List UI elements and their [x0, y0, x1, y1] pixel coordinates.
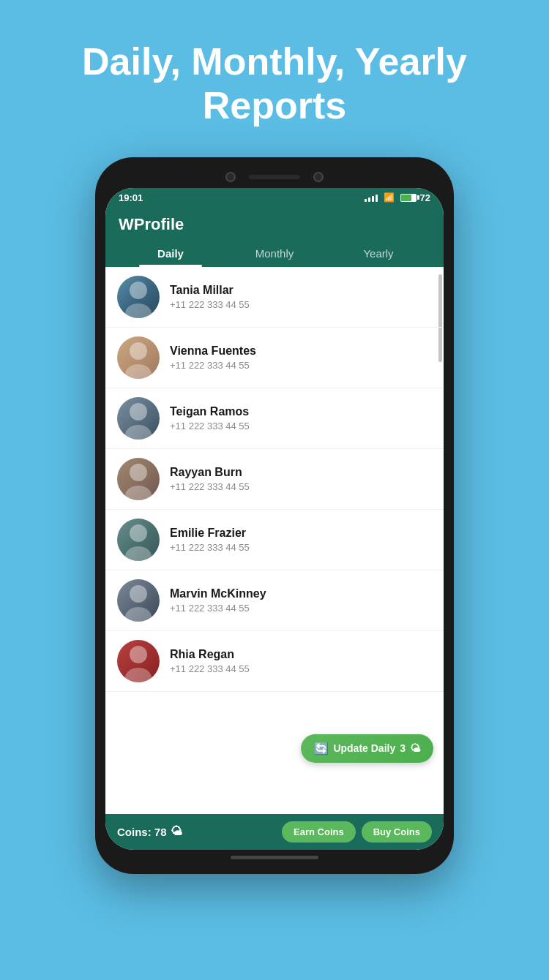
svg-point-12 [130, 646, 147, 663]
svg-point-7 [125, 486, 152, 500]
avatar [117, 336, 160, 379]
list-item[interactable]: Emilie Frazier+11 222 333 44 55 [105, 510, 444, 570]
svg-point-0 [130, 282, 147, 299]
svg-point-3 [125, 364, 152, 379]
list-item[interactable]: Rhia Regan+11 222 333 44 55 [105, 631, 444, 692]
status-bar: 19:01 📶 72 [105, 188, 444, 208]
svg-point-6 [130, 464, 147, 481]
contact-info: Tania Millar+11 222 333 44 55 [170, 284, 432, 310]
coins-display: Coins: 78 🌤 [117, 825, 182, 838]
page-headline: Daily, Monthly, Yearly Reports [0, 40, 549, 128]
contact-phone: +11 222 333 44 55 [170, 542, 432, 553]
contact-phone: +11 222 333 44 55 [170, 299, 432, 310]
update-daily-button[interactable]: 🔄 Update Daily 3 🌤 [301, 734, 433, 763]
contact-name: Rhia Regan [170, 648, 432, 661]
avatar [117, 458, 160, 500]
bottom-buttons: Earn Coins Buy Coins [282, 821, 432, 843]
contact-name: Teigan Ramos [170, 405, 432, 418]
contact-phone: +11 222 333 44 55 [170, 603, 432, 614]
status-time: 19:01 [119, 192, 143, 203]
speaker [249, 175, 300, 179]
avatar [117, 579, 160, 622]
svg-point-8 [130, 524, 147, 542]
update-daily-label: Update Daily [333, 742, 395, 754]
phone-bottom [105, 850, 444, 864]
contact-info: Teigan Ramos+11 222 333 44 55 [170, 405, 432, 431]
svg-point-13 [125, 668, 152, 682]
phone-frame: 19:01 📶 72 WProfile Daily Monthly Yearly [95, 157, 454, 874]
buy-coins-button[interactable]: Buy Coins [362, 821, 432, 843]
svg-point-11 [125, 607, 152, 622]
update-emoji: 🌤 [410, 742, 420, 754]
contact-name: Rayyan Burn [170, 466, 432, 479]
list-item[interactable]: Rayyan Burn+11 222 333 44 55 [105, 449, 444, 510]
update-count: 3 [400, 742, 406, 754]
camera-right [313, 172, 324, 182]
avatar [117, 519, 160, 561]
app-bar: WProfile Daily Monthly Yearly [105, 208, 444, 267]
app-title: WProfile [119, 215, 430, 240]
contact-phone: +11 222 333 44 55 [170, 360, 432, 371]
list-item[interactable]: Tania Millar+11 222 333 44 55 [105, 267, 444, 328]
avatar [117, 276, 160, 318]
tabs-container: Daily Monthly Yearly [119, 240, 430, 267]
contact-phone: +11 222 333 44 55 [170, 663, 432, 674]
contact-info: Marvin McKinney+11 222 333 44 55 [170, 587, 432, 614]
contact-phone: +11 222 333 44 55 [170, 481, 432, 492]
phone-screen: 19:01 📶 72 WProfile Daily Monthly Yearly [105, 188, 444, 850]
tab-daily[interactable]: Daily [119, 240, 223, 267]
contact-phone: +11 222 333 44 55 [170, 421, 432, 431]
contact-name: Vienna Fuentes [170, 344, 432, 358]
bottom-bar: Coins: 78 🌤 Earn Coins Buy Coins [105, 814, 444, 850]
svg-point-2 [130, 342, 147, 360]
avatar [117, 640, 160, 682]
battery-icon [400, 194, 417, 202]
list-item[interactable]: Vienna Fuentes+11 222 333 44 55 [105, 328, 444, 388]
svg-point-5 [125, 425, 152, 440]
home-indicator [231, 856, 318, 859]
coins-cloud-icon: 🌤 [171, 825, 182, 838]
camera-left [225, 172, 236, 182]
wifi-icon: 📶 [384, 192, 395, 203]
svg-point-4 [130, 403, 147, 421]
contact-list: Tania Millar+11 222 333 44 55 Vienna Fue… [105, 267, 444, 814]
status-icons: 📶 72 [365, 192, 430, 203]
list-item[interactable]: Marvin McKinney+11 222 333 44 55 [105, 570, 444, 631]
svg-point-1 [125, 304, 152, 318]
list-item[interactable]: Teigan Ramos+11 222 333 44 55 [105, 388, 444, 449]
contact-name: Tania Millar [170, 284, 432, 297]
avatar [117, 397, 160, 440]
contact-info: Vienna Fuentes+11 222 333 44 55 [170, 344, 432, 371]
earn-coins-button[interactable]: Earn Coins [282, 821, 356, 843]
svg-point-9 [125, 546, 152, 561]
svg-point-10 [130, 585, 147, 603]
contact-info: Emilie Frazier+11 222 333 44 55 [170, 527, 432, 553]
phone-notch [105, 167, 444, 188]
refresh-icon: 🔄 [314, 742, 329, 755]
coins-label: Coins: 78 [117, 826, 167, 838]
tab-yearly[interactable]: Yearly [326, 240, 430, 267]
contact-info: Rayyan Burn+11 222 333 44 55 [170, 466, 432, 492]
signal-icon [365, 193, 378, 202]
contact-name: Emilie Frazier [170, 527, 432, 540]
tab-monthly[interactable]: Monthly [223, 240, 326, 267]
contact-name: Marvin McKinney [170, 587, 432, 600]
battery-pct: 72 [420, 192, 430, 203]
contact-info: Rhia Regan+11 222 333 44 55 [170, 648, 432, 674]
